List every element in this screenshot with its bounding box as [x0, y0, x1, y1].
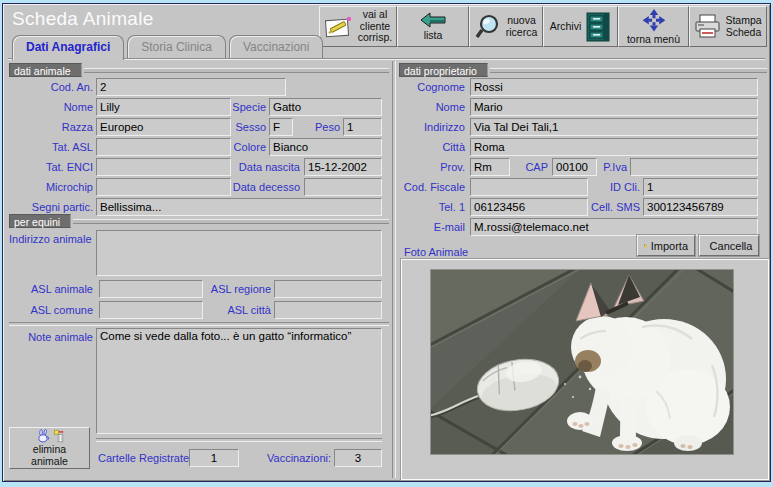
archives-button[interactable]: Archivi	[543, 6, 618, 47]
section-per-equini: per equini	[9, 214, 389, 228]
delete-animal-label: elimina animale	[16, 443, 83, 467]
archives-label: Archivi	[550, 21, 582, 33]
go-to-client-button[interactable]: vai al cliente corrisp.	[319, 6, 397, 47]
page-title: Scheda Animale	[12, 8, 154, 30]
cabinet-icon	[585, 12, 611, 42]
data-decesso-field[interactable]	[304, 178, 382, 196]
import-note-icon	[644, 239, 647, 253]
list-button[interactable]: lista	[397, 6, 469, 47]
move-arrows-icon	[641, 8, 667, 33]
piva-field[interactable]	[630, 158, 758, 176]
asl-regione-label: ASL regione	[205, 280, 271, 298]
asl-comune-field[interactable]	[99, 301, 203, 319]
email-label: E-mail	[399, 218, 465, 236]
delete-animal-button[interactable]: elimina animale	[9, 427, 90, 469]
indirizzo-label: Indirizzo	[399, 118, 465, 136]
delete-photo-button[interactable]: Cancella	[699, 235, 759, 256]
panel-divider	[392, 61, 396, 478]
cartelle-registrate-label: Cartelle Registrate:	[98, 449, 192, 467]
tab-storia-clinica[interactable]: Storia Clinica	[127, 35, 226, 58]
peso-label: Peso	[304, 118, 340, 136]
microchip-field[interactable]	[96, 178, 231, 196]
tab-vaccinazioni[interactable]: Vaccinazioni	[229, 35, 323, 58]
tel1-field[interactable]: 06123456	[470, 198, 588, 216]
section-dati-animale: dati animale	[9, 63, 389, 77]
animal-photo	[430, 269, 734, 455]
prov-field[interactable]: Rm	[470, 158, 510, 176]
microchip-label: Microchip	[9, 178, 93, 196]
tab-dati-anagrafici[interactable]: Dati Anagrafici	[12, 35, 124, 60]
divider-line	[96, 438, 382, 442]
asl-animale-field[interactable]	[99, 280, 203, 298]
email-field[interactable]: M.rossi@telemaco.net	[470, 218, 758, 236]
return-menu-button[interactable]: torna menù	[618, 6, 689, 47]
indirizzo-animale-field[interactable]	[96, 230, 382, 276]
razza-field[interactable]: Europeo	[96, 118, 231, 136]
cell-sms-field[interactable]: 300123456789	[643, 198, 758, 216]
asl-citta-field[interactable]	[274, 301, 382, 319]
toolbar: vai al cliente corrisp. lista nuova rice…	[319, 6, 767, 47]
sesso-field[interactable]: F	[269, 118, 293, 136]
nome-animale-field[interactable]: Lilly	[96, 98, 231, 116]
section-dati-proprietario-title: dati proprietario	[399, 63, 488, 77]
piva-label: P.Iva	[597, 158, 627, 176]
colore-field[interactable]: Bianco	[269, 138, 382, 156]
note-animale-field[interactable]: Come si vede dalla foto... è un gatto “i…	[96, 328, 382, 434]
prov-label: Prov.	[399, 158, 465, 176]
photo-frame	[401, 259, 769, 480]
peso-field[interactable]: 1	[343, 118, 382, 136]
import-photo-button[interactable]: Importa	[637, 235, 695, 256]
delete-photo-label: Cancella	[710, 240, 753, 252]
cell-sms-label: Cell. SMS	[585, 198, 640, 216]
section-per-equini-title: per equini	[9, 214, 71, 228]
return-menu-label: torna menù	[627, 34, 680, 46]
data-nascita-label: Data nascita	[228, 158, 300, 176]
tat-asl-label: Tat. ASL	[9, 138, 93, 156]
cod-fiscale-label: Cod. Fiscale	[399, 178, 465, 196]
print-card-button[interactable]: Stampa Scheda	[689, 6, 767, 47]
printer-icon	[694, 14, 721, 39]
asl-citta-label: ASL città	[205, 301, 271, 319]
back-arrow-icon	[419, 12, 447, 29]
app-window: Scheda Animale vai al cliente corrisp. l…	[2, 3, 771, 482]
specie-field[interactable]: Gatto	[269, 98, 382, 116]
cod-fiscale-field[interactable]	[470, 178, 588, 196]
colore-label: Colore	[226, 138, 266, 156]
citta-field[interactable]: Roma	[470, 138, 758, 156]
cod-an-field[interactable]: 2	[96, 78, 286, 96]
go-to-client-label: vai al cliente corrisp.	[358, 9, 392, 44]
note-animale-label: Note animale	[9, 328, 93, 346]
indirizzo-animale-label: Indirizzo animale	[9, 230, 93, 248]
rabbit-trash-icon	[27, 429, 73, 443]
indirizzo-field[interactable]: Via Tal Dei Tali,1	[470, 118, 758, 136]
cap-field[interactable]: 00100	[552, 158, 597, 176]
new-search-button[interactable]: nuova ricerca	[469, 6, 543, 47]
list-label: lista	[424, 30, 443, 42]
asl-animale-label: ASL animale	[9, 280, 93, 298]
section-dati-animale-title: dati animale	[9, 63, 82, 77]
razza-label: Razza	[9, 118, 93, 136]
magnifier-icon	[475, 14, 502, 40]
nome-proprietario-field[interactable]: Mario	[470, 98, 758, 116]
cartelle-registrate-value: 1	[189, 449, 239, 467]
cognome-field[interactable]: Rossi	[470, 78, 758, 96]
id-cli-field[interactable]: 1	[643, 178, 758, 196]
tat-asl-field[interactable]	[96, 138, 231, 156]
asl-comune-label: ASL comune	[9, 301, 93, 319]
sesso-label: Sesso	[228, 118, 266, 136]
tel1-label: Tel. 1	[399, 198, 465, 216]
cod-an-label: Cod. An.	[9, 78, 93, 96]
tat-enci-field[interactable]	[96, 158, 231, 176]
data-nascita-field[interactable]: 15-12-2002	[304, 158, 382, 176]
import-photo-label: Importa	[651, 240, 688, 252]
print-card-label: Stampa Scheda	[725, 15, 761, 38]
nome-animale-label: Nome	[9, 98, 93, 116]
asl-regione-field[interactable]	[274, 280, 382, 298]
id-cli-label: ID Cli.	[588, 178, 640, 196]
cap-label: CAP	[508, 158, 548, 176]
vaccinazioni-count-value: 3	[334, 449, 382, 467]
tat-enci-label: Tat. ENCI	[9, 158, 93, 176]
tab-bar: Dati Anagrafici Storia Clinica Vaccinazi…	[12, 35, 326, 60]
note-edit-icon	[324, 15, 354, 39]
cognome-label: Cognome	[399, 78, 465, 96]
